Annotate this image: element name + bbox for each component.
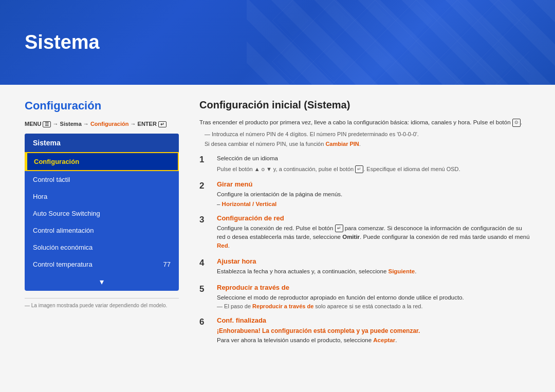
omitir-text: Omitir [342, 234, 360, 240]
main-content: Configuración MENU ☰ → Sistema → Configu… [0, 85, 555, 392]
step-4: 4 Ajustar hora Establezca la fecha y hor… [199, 257, 530, 276]
red-link: Red [217, 242, 228, 249]
menu-item-control-temperatura[interactable]: Control temperatura 77 [25, 256, 179, 273]
menu-item-label: Hora [33, 193, 47, 200]
step-2-bullet: – Horizontal / Vertical [217, 201, 530, 207]
menu-header: Sistema [25, 134, 179, 152]
step-5-number: 5 [199, 284, 210, 294]
step1-enter-icon: ↵ [355, 165, 363, 174]
menu-box: Sistema Configuración Control táctil Hor… [25, 134, 179, 291]
step-1-plain-title: Selección de un idioma [217, 154, 530, 163]
svg-rect-2 [272, 0, 529, 85]
section-title: Configuración [25, 99, 179, 113]
step-4-number: 4 [199, 258, 210, 268]
decorative-pattern [272, 0, 529, 85]
right-panel: Configuración inicial (Sistema) Tras enc… [199, 99, 530, 378]
step-2-desc: Configure la orientación de la página de… [217, 190, 530, 199]
menu-item-label: Solución económica [33, 244, 92, 251]
breadcrumb-arrow3: → [128, 121, 137, 127]
intro-main: Tras encender el producto por primera ve… [199, 119, 512, 125]
step-6-title: Conf. finalizada [217, 316, 530, 324]
breadcrumb-enter: ENTER [138, 121, 158, 127]
step-1: 1 Selección de un idioma Pulse el botón … [199, 154, 530, 173]
menu-item-control-tactil[interactable]: Control táctil [25, 171, 179, 188]
breadcrumb-arrow1: → [51, 121, 60, 127]
menu-item-configuracion[interactable]: Configuración [25, 152, 179, 171]
step-3-title: Configuración de red [217, 214, 530, 222]
step-3-content: Configuración de red Configure la conexi… [217, 214, 530, 251]
step-2-title: Girar menú [217, 180, 530, 188]
menu-item-label: Control temperatura [33, 260, 92, 268]
intro-text: Tras encender el producto por primera ve… [199, 118, 530, 127]
enter-icon: ↵ [158, 121, 166, 127]
left-panel: Configuración MENU ☰ → Sistema → Configu… [25, 99, 179, 378]
cambiar-pin-link[interactable]: Cambiar PIN [325, 141, 359, 147]
menu-chevron[interactable]: ▾ [25, 273, 179, 291]
intro-end: . [521, 119, 522, 125]
menu-item-solucion-economica[interactable]: Solución económica [25, 239, 179, 256]
menu-item-label: Configuración [34, 158, 79, 165]
breadcrumb-configuracion: Configuración [90, 121, 129, 127]
step-4-desc: Establezca la fecha y hora actuales y, a… [217, 267, 530, 276]
step-6: 6 Conf. finalizada ¡Enhorabuena! La conf… [199, 316, 530, 343]
step-5-title: Reproducir a través de [217, 284, 530, 291]
step-2-content: Girar menú Configure la orientación de l… [217, 180, 530, 207]
siguiente-link: Siguiente [388, 268, 415, 274]
menu-item-control-alimentacion[interactable]: Control alimentación [25, 222, 179, 239]
page-title: Sistema [25, 31, 100, 53]
step-2: 2 Girar menú Configure la orientación de… [199, 180, 530, 207]
footnote-text: — La imagen mostrada puede variar depend… [25, 303, 167, 308]
step-3: 3 Configuración de red Configure la cone… [199, 214, 530, 251]
step-5-desc: Seleccione el modo de reproductor apropi… [217, 293, 530, 302]
intro-note2: Si desea cambiar el número PIN, use la f… [205, 140, 530, 148]
menu-item-label: Auto Source Switching [33, 210, 100, 217]
aceptar-link: Aceptar [373, 337, 395, 343]
step-2-number: 2 [199, 181, 210, 191]
footnote: — La imagen mostrada puede variar depend… [25, 298, 179, 308]
step-5-note: — El paso de Reproducir a través de solo… [217, 303, 530, 309]
step-6-content: Conf. finalizada ¡Enhorabuena! La config… [217, 316, 530, 343]
breadcrumb-sistema: Sistema [60, 121, 82, 127]
menu-item-label: Control táctil [33, 176, 70, 183]
step-1-desc: Pulse el botón ▲ o ▼ y, a continuación, … [217, 165, 530, 174]
intro-icon: ⊙ [512, 119, 521, 127]
step-4-title: Ajustar hora [217, 257, 530, 265]
step-4-content: Ajustar hora Establezca la fecha y hora … [217, 257, 530, 276]
intro-note1: — Introduzca el número PIN de 4 dígitos.… [205, 130, 530, 139]
breadcrumb-prefix: MENU [25, 121, 43, 127]
breadcrumb-arrow2: → [82, 121, 90, 127]
breadcrumb: MENU ☰ → Sistema → Configuración → ENTER… [25, 121, 179, 127]
steps-list: 1 Selección de un idioma Pulse el botón … [199, 154, 530, 343]
right-title: Configuración inicial (Sistema) [199, 99, 530, 111]
step5-ref: Reproducir a través de [252, 303, 313, 309]
step-3-number: 3 [199, 215, 210, 225]
page-number: 77 [163, 260, 171, 268]
menu-icon: ☰ [43, 121, 51, 127]
step3-icon: ↵ [335, 225, 343, 233]
step-1-number: 1 [199, 155, 210, 165]
menu-item-auto-source[interactable]: Auto Source Switching [25, 205, 179, 222]
menu-item-hora[interactable]: Hora [25, 188, 179, 205]
menu-item-label: Control alimentación [33, 227, 94, 234]
step-6-sub: Para ver ahora la televisión usando el p… [217, 337, 530, 343]
step-6-final-msg: ¡Enhorabuena! La configuración está comp… [217, 326, 530, 335]
step-1-content: Selección de un idioma Pulse el botón ▲ … [217, 154, 530, 173]
header-banner: Sistema [0, 0, 555, 85]
step-5-content: Reproducir a través de Seleccione el mod… [217, 284, 530, 309]
step-3-desc: Configure la conexión de red. Pulse el b… [217, 224, 530, 251]
step-6-number: 6 [199, 317, 210, 327]
step-5: 5 Reproducir a través de Seleccione el m… [199, 284, 530, 309]
